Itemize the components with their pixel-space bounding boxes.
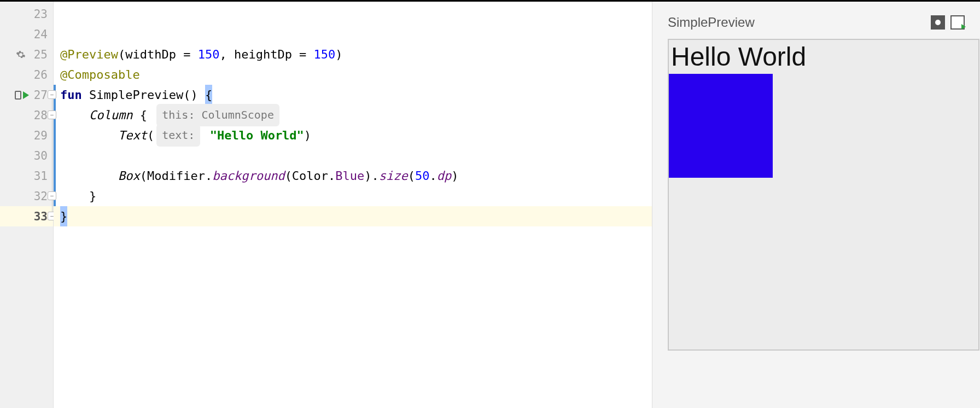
annotation: @Preview xyxy=(60,44,118,65)
code-line[interactable]: Column { this: ColumnScope xyxy=(54,105,652,125)
line-number: 29 xyxy=(28,129,48,142)
line-number: 26 xyxy=(28,68,48,81)
preview-title: SimplePreview xyxy=(668,15,755,30)
code-line[interactable]: fun SimplePreview() { xyxy=(54,85,652,105)
interactive-preview-icon[interactable] xyxy=(931,15,945,30)
preview-header: SimplePreview xyxy=(668,11,965,33)
preview-toolbar xyxy=(931,15,965,30)
matched-brace: } xyxy=(60,206,67,226)
editor-gutter: 23 24 25 26 27 28 29 30 31 32 33 xyxy=(0,2,54,408)
deploy-preview-icon[interactable] xyxy=(950,15,965,30)
inlay-hint: this: ColumnScope xyxy=(156,104,279,126)
line-number: 25 xyxy=(28,48,48,61)
code-line[interactable] xyxy=(54,4,652,24)
code-line[interactable]: Text(text: "Hello World") xyxy=(54,125,652,145)
code-line[interactable]: } xyxy=(54,186,652,206)
line-number: 30 xyxy=(28,149,48,162)
annotation: @Composable xyxy=(60,65,140,85)
compose-preview-panel: SimplePreview Hello World xyxy=(652,2,980,408)
code-line[interactable] xyxy=(54,24,652,44)
line-number: 23 xyxy=(28,8,48,21)
code-line[interactable]: @Preview(widthDp = 150, heightDp = 150) xyxy=(54,44,652,65)
line-number-current: 33 xyxy=(28,210,48,223)
line-number: 24 xyxy=(28,28,48,41)
run-arrow-icon[interactable] xyxy=(23,91,29,99)
code-line[interactable]: @Composable xyxy=(54,65,652,85)
line-number: 27 xyxy=(28,89,48,102)
preview-blue-box xyxy=(669,74,773,178)
code-line[interactable]: Box(Modifier.background(Color.Blue).size… xyxy=(54,166,652,186)
line-number: 32 xyxy=(28,190,48,203)
run-gutter-icon[interactable] xyxy=(15,91,21,100)
code-line-current[interactable]: } xyxy=(54,206,652,226)
preview-canvas[interactable]: Hello World xyxy=(668,39,979,351)
matched-brace: { xyxy=(205,85,212,105)
preview-text-hello: Hello World xyxy=(669,40,978,74)
code-editor[interactable]: 23 24 25 26 27 28 29 30 31 32 33 − − − −… xyxy=(0,2,652,408)
code-area[interactable]: @Preview(widthDp = 150, heightDp = 150) … xyxy=(54,2,652,408)
line-number: 28 xyxy=(28,109,48,122)
inlay-hint: text: xyxy=(156,124,200,147)
code-line[interactable] xyxy=(54,145,652,166)
line-number: 31 xyxy=(28,170,48,183)
gear-icon[interactable] xyxy=(16,50,26,60)
